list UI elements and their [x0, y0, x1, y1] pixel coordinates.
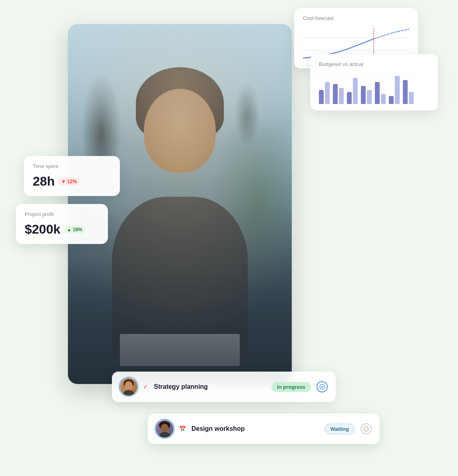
up-arrow-icon: ▲ [67, 227, 72, 232]
svg-point-4 [125, 381, 133, 391]
task-1-status: In progress [271, 382, 311, 392]
avatar-img-design [156, 420, 173, 438]
project-profit-label: Project profit [25, 211, 99, 217]
avatar-img-strategy [120, 378, 137, 396]
bar-group-3 [347, 78, 358, 104]
bar-group-5 [375, 82, 386, 104]
svg-point-8 [160, 424, 164, 429]
time-spent-value: 28h ▼ 12% [33, 174, 111, 189]
project-profit-badge: ▲ 18% [64, 226, 86, 234]
task-2-status: Waiting [325, 424, 355, 434]
project-profit-card: Project profit $200k ▲ 18% [16, 204, 108, 244]
task-card-strategy: ✓ Strategy planning In progress [112, 372, 336, 402]
budgeted-title: Budgeted vs actual [319, 61, 429, 67]
svg-point-9 [165, 424, 169, 429]
down-arrow-icon: ▼ [61, 179, 66, 184]
task-1-name: Strategy planning [154, 383, 266, 390]
bar-light [381, 94, 386, 104]
bar-group-6 [389, 76, 400, 104]
bar-dark [375, 82, 380, 104]
budgeted-vs-actual-card: Budgeted vs actual [310, 54, 438, 110]
svg-point-7 [159, 421, 170, 429]
scene: Cost forecast Budgeted vs actual [0, 0, 458, 476]
svg-point-3 [123, 379, 134, 388]
calendar-icon: 📅 [179, 426, 186, 432]
svg-point-5 [123, 390, 134, 396]
bar-group-2 [333, 84, 344, 104]
svg-point-11 [159, 432, 170, 438]
time-spent-card: Time spent 28h ▼ 12% [24, 156, 120, 196]
bar-dark [333, 84, 338, 104]
time-spent-label: Time spent [33, 163, 111, 169]
time-spent-badge: ▼ 12% [58, 178, 80, 186]
bar-group-1 [319, 82, 330, 104]
bar-dark [389, 96, 394, 104]
bar-light [325, 82, 330, 104]
avatar-strategy [120, 378, 137, 396]
checkmark-icon: ✓ [143, 383, 148, 390]
bar-group-7 [403, 80, 414, 104]
task-1-check[interactable] [317, 381, 328, 392]
bar-dark [361, 86, 366, 104]
bar-dark [403, 80, 408, 104]
bar-light [353, 78, 358, 104]
budgeted-chart [319, 72, 429, 104]
cost-forecast-title: Cost forecast [303, 15, 409, 21]
bar-dark [347, 92, 352, 104]
bar-group-4 [361, 86, 372, 104]
bar-light [367, 90, 372, 104]
bar-light [339, 88, 344, 104]
bar-dark [319, 90, 324, 104]
task-2-name: Design workshop [191, 425, 319, 432]
avatar-design [156, 420, 173, 438]
svg-point-10 [161, 424, 169, 433]
project-profit-value: $200k ▲ 18% [25, 222, 99, 237]
task-card-design: 📅 Design workshop Waiting [148, 414, 380, 444]
task-2-check[interactable] [360, 423, 372, 434]
bar-light [395, 76, 400, 104]
bar-light [409, 92, 414, 104]
